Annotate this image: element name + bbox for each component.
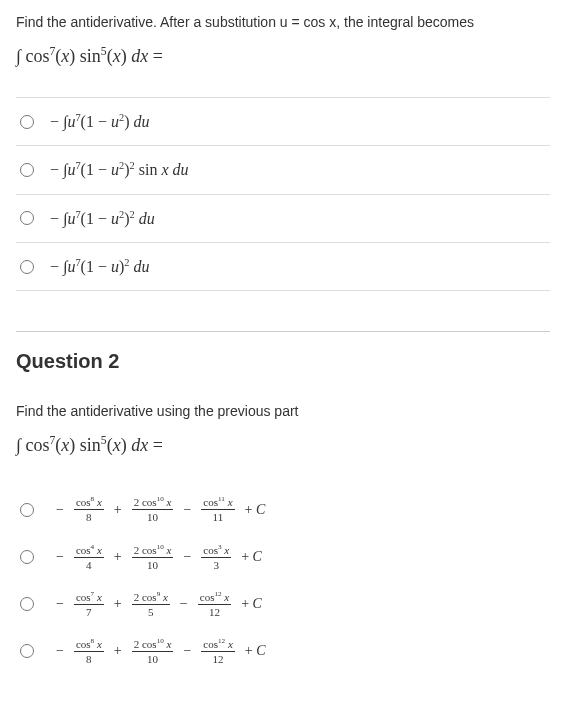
fraction: cos8 x8 <box>74 496 104 523</box>
question-2: Question 2 Find the antiderivative using… <box>16 350 550 675</box>
question-1: Find the antiderivative. After a substit… <box>16 12 550 291</box>
q2-option-label: −cos8 x8+2 cos10 x10−cos12 x12+ C <box>50 638 272 665</box>
q1-option-label: − ∫u7(1 − u)2 du <box>50 257 150 276</box>
q1-option-label: − ∫u7(1 − u2)2 sin x du <box>50 160 188 179</box>
fraction: 2 cos9 x5 <box>132 591 170 618</box>
q2-option-2[interactable]: −cos7 x7+2 cos9 x5−cos12 x12+ C <box>16 581 550 628</box>
q1-integral: ∫ cos7(x) sin5(x) dx = <box>16 45 550 67</box>
fraction: cos12 x12 <box>198 591 231 618</box>
q1-option-label: − ∫u7(1 − u2) du <box>50 112 150 131</box>
fraction: cos12 x12 <box>201 638 234 665</box>
q1-option-1[interactable]: − ∫u7(1 − u2)2 sin x du <box>16 146 550 194</box>
fraction: 2 cos10 x10 <box>132 638 174 665</box>
fraction: cos4 x4 <box>74 544 104 571</box>
q2-radio-0[interactable] <box>20 503 34 517</box>
q2-radio-1[interactable] <box>20 550 34 564</box>
q2-option-3[interactable]: −cos8 x8+2 cos10 x10−cos12 x12+ C <box>16 628 550 675</box>
q2-option-label: −cos7 x7+2 cos9 x5−cos12 x12+ C <box>50 591 268 618</box>
q1-option-3[interactable]: − ∫u7(1 − u)2 du <box>16 243 550 291</box>
q2-option-label: −cos4 x4+2 cos10 x10−cos3 x3+ C <box>50 544 268 571</box>
q2-title: Question 2 <box>16 350 550 373</box>
fraction: cos3 x3 <box>201 544 231 571</box>
q1-radio-3[interactable] <box>20 260 34 274</box>
q1-option-label: − ∫u7(1 − u2)2 du <box>50 209 155 228</box>
fraction: 2 cos10 x10 <box>132 544 174 571</box>
q1-options: − ∫u7(1 − u2) du − ∫u7(1 − u2)2 sin x du… <box>16 97 550 291</box>
fraction: 2 cos10 x10 <box>132 496 174 523</box>
q1-radio-1[interactable] <box>20 163 34 177</box>
q1-radio-0[interactable] <box>20 115 34 129</box>
divider <box>16 331 550 332</box>
q1-option-0[interactable]: − ∫u7(1 − u2) du <box>16 98 550 146</box>
q2-radio-2[interactable] <box>20 597 34 611</box>
q1-radio-2[interactable] <box>20 211 34 225</box>
q2-option-1[interactable]: −cos4 x4+2 cos10 x10−cos3 x3+ C <box>16 534 550 581</box>
q2-option-label: −cos8 x8+2 cos10 x10−cos11 x11+ C <box>50 496 271 523</box>
q2-options: −cos8 x8+2 cos10 x10−cos11 x11+ C−cos4 x… <box>16 486 550 675</box>
fraction: cos8 x8 <box>74 638 104 665</box>
q2-prompt: Find the antiderivative using the previo… <box>16 401 550 422</box>
q1-prompt: Find the antiderivative. After a substit… <box>16 12 550 33</box>
fraction: cos11 x11 <box>201 496 234 523</box>
fraction: cos7 x7 <box>74 591 104 618</box>
q2-integral: ∫ cos7(x) sin5(x) dx = <box>16 434 550 456</box>
q2-radio-3[interactable] <box>20 644 34 658</box>
q1-option-2[interactable]: − ∫u7(1 − u2)2 du <box>16 195 550 243</box>
q2-option-0[interactable]: −cos8 x8+2 cos10 x10−cos11 x11+ C <box>16 486 550 533</box>
